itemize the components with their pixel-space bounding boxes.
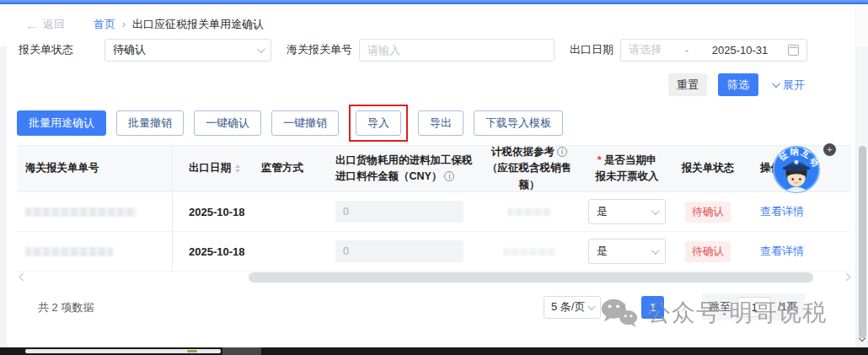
col-uninvoiced-income: *是否当期申 报未开票收入 [580, 146, 674, 191]
filter-row: 报关单状态 待确认 海关报关单号 出口日期 请选择 - 2025-10-31 [19, 38, 807, 62]
declarations-table: 海关报关单单号 出口日期 监管方式 出口货物耗用的进料加工保税 进口料件金额（C… [17, 145, 851, 272]
export-date-cell: 2025-10-18 [173, 206, 251, 218]
view-details-link[interactable]: 查看详情 [760, 245, 804, 257]
current-page-button[interactable]: 1 [641, 296, 664, 319]
date-end-value: 2025-10-31 [712, 44, 769, 56]
bottom-bar-marker [187, 350, 197, 352]
scroll-right-icon[interactable] [843, 273, 851, 282]
interaction-assistant-button[interactable]: 征纳互动 [772, 145, 821, 194]
jump-label: 跳至 [709, 299, 731, 315]
col-supervision-mode: 监管方式 [251, 146, 327, 191]
reset-button[interactable]: 重置 [668, 73, 707, 96]
page-size-select[interactable]: 5 条/页 [544, 296, 601, 319]
status-cell: 待确认 [674, 202, 742, 223]
import-button[interactable]: 导入 [356, 110, 401, 136]
chevron-down-icon [772, 79, 780, 88]
col-customs-no: 海关报关单单号 [17, 146, 173, 191]
export-date-range-picker[interactable]: 请选择 - 2025-10-31 [620, 39, 807, 62]
download-template-button[interactable]: 下载导入模板 [474, 110, 563, 136]
one-click-confirm-button[interactable]: 一键确认 [194, 110, 261, 136]
customs-no-field [359, 39, 555, 62]
total-count: 共 2 项数据 [38, 300, 94, 315]
back-button[interactable]: ← 返回 [25, 17, 65, 32]
col-bonded-line1: 出口货物耗用的进料加工保税 [335, 153, 473, 169]
col-export-date[interactable]: 出口日期 [173, 146, 251, 191]
chevron-down-icon [587, 302, 596, 310]
chevron-down-icon [651, 246, 660, 255]
chevron-down-icon [257, 45, 265, 53]
date-range-separator: - [685, 44, 689, 56]
breadcrumb-separator: › [122, 19, 126, 30]
bottom-bar-segment [222, 347, 261, 355]
filter-button[interactable]: 筛选 [718, 73, 758, 96]
required-asterisk: * [597, 154, 602, 166]
bonded-amount-cell: 0 [327, 240, 479, 262]
info-icon[interactable]: i [444, 171, 454, 181]
export-tax-declaration-page: ← 返回 首页 › 出口应征税报关单用途确认 报关单状态 待确认 海关报关单号 … [0, 0, 868, 355]
status-badge: 待确认 [685, 202, 731, 223]
actions-cell: 查看详情 [742, 204, 851, 219]
view-details-link[interactable]: 查看详情 [760, 205, 804, 218]
batch-purpose-confirm-button[interactable]: 批量用途确认 [17, 110, 106, 136]
bonded-amount-input: 0 [335, 201, 463, 223]
col-tax-basis-line1: 计税依据参考 [491, 146, 555, 158]
col-status: 报关单状态 [674, 146, 742, 191]
toolbar: 批量用途确认 批量撤销 一键确认 一键撤销 导入 导出 下载导入模板 [17, 105, 563, 142]
breadcrumb-home[interactable]: 首页 [94, 17, 115, 32]
current-period-value: 是 [597, 244, 608, 259]
breadcrumb: ← 返回 首页 › 出口应征税报关单用途确认 [25, 17, 264, 32]
prev-page-icon[interactable] [622, 303, 630, 311]
table-header-row: 海关报关单单号 出口日期 监管方式 出口货物耗用的进料加工保税 进口料件金额（C… [17, 145, 851, 192]
col-uninvoiced-line1: 是否当期申 [604, 154, 657, 166]
export-button[interactable]: 导出 [418, 110, 463, 136]
tax-basis-cell [479, 245, 580, 258]
filter-actions: 重置 筛选 展开 [668, 73, 805, 96]
jump-page-input[interactable] [737, 297, 771, 317]
bonded-amount-cell: 0 [327, 201, 479, 223]
expand-toggle[interactable]: 展开 [772, 78, 805, 93]
next-page-icon[interactable] [678, 303, 687, 311]
redacted-tax-basis [507, 208, 551, 216]
uninvoiced-income-cell: 是 [580, 239, 674, 264]
batch-revoke-button[interactable]: 批量撤销 [116, 110, 184, 136]
bottom-bar [0, 347, 868, 355]
back-label: 返回 [43, 17, 65, 32]
table-horizontal-scrollbar[interactable] [17, 271, 851, 284]
redacted-customs-no [25, 247, 113, 256]
col-export-date-label: 出口日期 [189, 160, 231, 176]
col-tax-basis: 计税依据参考i （应征税含税销售额） [479, 146, 580, 191]
sort-icon[interactable] [235, 164, 240, 173]
col-bonded-material-amount: 出口货物耗用的进料加工保税 进口料件金额（CNY）i [327, 146, 479, 191]
info-icon[interactable]: i [557, 147, 567, 157]
chevron-down-icon [651, 207, 660, 215]
table-row: 2025-10-18 0 是 待确认 查看详情 [17, 232, 851, 272]
import-highlight-box: 导入 [349, 105, 408, 142]
customs-no-input[interactable] [367, 44, 546, 56]
export-date-cell: 2025-10-18 [173, 245, 251, 258]
vertical-scrollbar[interactable] [855, 4, 868, 347]
date-start-placeholder: 请选择 [629, 42, 662, 57]
page-jumper: 跳至 /1页 [702, 293, 805, 320]
horizontal-scroll-thumb[interactable] [249, 272, 813, 282]
current-period-select[interactable]: 是 [588, 199, 666, 224]
status-cell: 待确认 [674, 241, 742, 262]
page-edge-strip [0, 46, 7, 347]
status-badge: 待确认 [685, 241, 731, 262]
redacted-customs-no [25, 207, 137, 217]
status-filter-select[interactable]: 待确认 [104, 39, 271, 62]
tax-basis-cell [479, 206, 580, 218]
vertical-scroll-thumb[interactable] [859, 146, 866, 338]
expand-label: 展开 [783, 78, 805, 93]
export-date-label: 出口日期 [570, 42, 613, 57]
uninvoiced-income-cell: 是 [580, 199, 674, 224]
current-period-select[interactable]: 是 [588, 239, 666, 264]
calendar-icon [788, 45, 799, 56]
col-uninvoiced-line2: 报未开票收入 [596, 169, 659, 185]
bonded-amount-input: 0 [335, 240, 463, 262]
scroll-left-icon[interactable] [19, 273, 28, 282]
one-click-revoke-button[interactable]: 一键撤销 [271, 110, 339, 136]
redacted-tax-basis [503, 248, 555, 255]
assistant-expand-icon[interactable]: + [823, 143, 836, 156]
table-row: 2025-10-18 0 是 待确认 查看详情 [17, 192, 851, 232]
current-period-value: 是 [597, 204, 608, 219]
